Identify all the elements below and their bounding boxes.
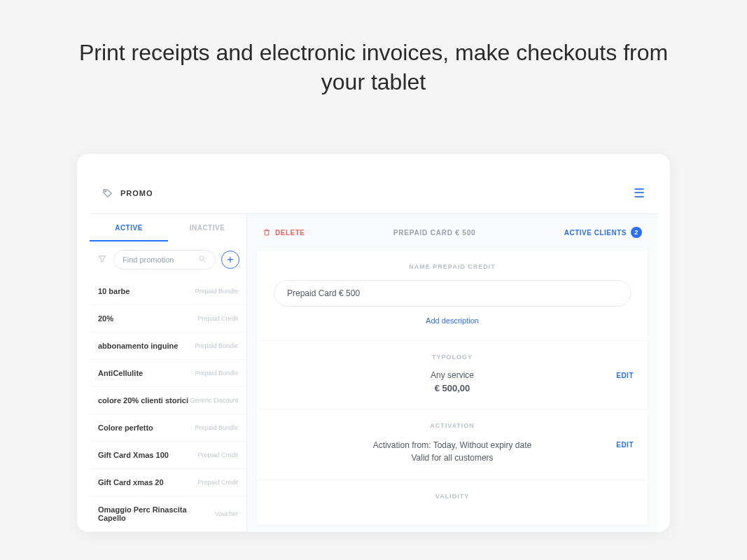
list-item[interactable]: Gift Card Xmas 100Prepaid Credit — [90, 442, 246, 469]
list-item[interactable]: 10 barbePrepaid Bundle — [90, 278, 246, 305]
delete-button[interactable]: DELETE — [263, 228, 305, 237]
list-item[interactable]: Gift Card xmas 20Prepaid Credit — [90, 469, 246, 496]
promo-list: 10 barbePrepaid Bundle 20%Prepaid Credit… — [90, 278, 246, 532]
page-title: PROMO — [120, 189, 153, 197]
app-header: PROMO ☰ — [90, 178, 657, 214]
main-panel: DELETE PREPAID CARD € 500 ACTIVE CLIENTS… — [247, 214, 657, 532]
list-item[interactable]: colore 20% clienti storiciGeneric Discou… — [90, 387, 246, 414]
trash-icon — [263, 228, 271, 237]
add-description-link[interactable]: Add description — [274, 316, 631, 325]
name-input[interactable]: Prepaid Card € 500 — [274, 280, 631, 307]
list-item[interactable]: AntiCellulitePrepaid Bundle — [90, 360, 246, 387]
tag-icon — [102, 188, 113, 199]
list-item[interactable]: abbonamento inguinePrepaid Bundle — [90, 332, 246, 360]
svg-point-0 — [105, 191, 106, 192]
tablet-frame: PROMO ☰ ACTIVE INACTIVE Find promotion + — [77, 154, 670, 532]
sidebar: ACTIVE INACTIVE Find promotion + 10 barb… — [90, 214, 247, 532]
tab-active[interactable]: ACTIVE — [90, 214, 168, 241]
filter-icon[interactable] — [97, 254, 108, 266]
search-placeholder: Find promotion — [123, 255, 174, 264]
active-clients-badge: 2 — [631, 227, 642, 238]
edit-activation-button[interactable]: EDIT — [616, 441, 634, 449]
activation-label: ACTIVATION — [274, 422, 631, 429]
name-section-label: NAME PREPAID CREDIT — [274, 263, 631, 270]
list-item[interactable]: Omaggio Perc Rinascita CapelloVoucher — [90, 496, 246, 532]
hero-title: Print receipts and electronic invoices, … — [0, 0, 747, 97]
search-input[interactable]: Find promotion — [113, 250, 216, 270]
typology-price: € 500,00 — [274, 383, 631, 393]
svg-point-1 — [200, 256, 204, 260]
detail-card: NAME PREPAID CREDIT Prepaid Card € 500 A… — [257, 251, 648, 525]
list-item[interactable]: Colore perfettoPrepaid Bundle — [90, 414, 246, 442]
typology-label: TYPOLOGY — [274, 354, 631, 360]
detail-title: PREPAID CARD € 500 — [393, 229, 476, 237]
typology-text: Any service — [274, 370, 631, 380]
edit-typology-button[interactable]: EDIT — [616, 371, 634, 379]
activation-text: Activation from: Today, Without expiry d… — [274, 439, 631, 464]
list-item[interactable]: 20%Prepaid Credit — [90, 305, 246, 332]
active-clients-link[interactable]: ACTIVE CLIENTS 2 — [564, 227, 642, 238]
validity-label: VALIDITY — [274, 493, 631, 500]
menu-icon[interactable]: ☰ — [634, 186, 645, 201]
search-icon — [198, 255, 207, 265]
tab-inactive[interactable]: INACTIVE — [168, 214, 246, 241]
add-button[interactable]: + — [221, 251, 239, 269]
